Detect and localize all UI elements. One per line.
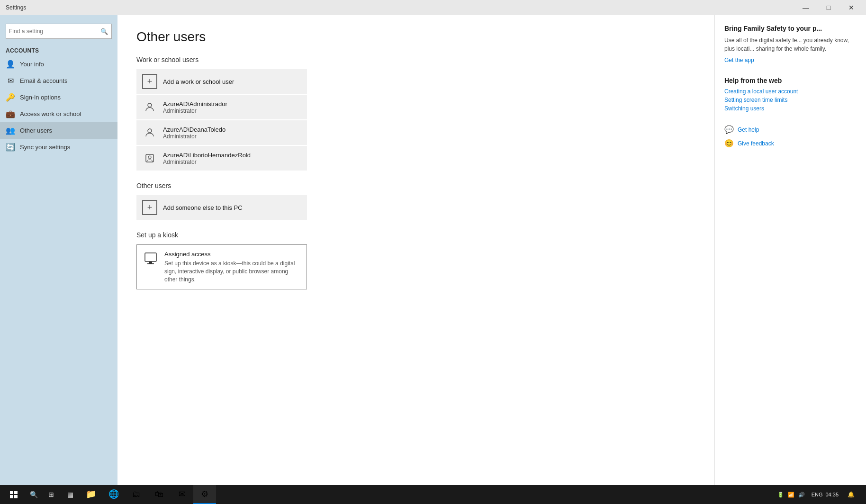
- family-safety-title: Bring Family Safety to your p...: [724, 25, 857, 32]
- taskbar: 🔍 ⊞ ▦ 📁 🌐 🗂 🛍 ✉ ⚙ 🔋 📶 🔊 ENG 04:35 🔔: [0, 485, 866, 504]
- give-feedback-item[interactable]: 😊 Give feedback: [724, 139, 857, 148]
- user-info-deanatoledo: AzureAD\DeanaToledo Administrator: [163, 126, 226, 140]
- network-icon: 📶: [788, 492, 794, 498]
- language-label: ENG: [812, 491, 823, 498]
- link-switching-users[interactable]: Switching users: [724, 105, 857, 112]
- help-web-section: Help from the web Creating a local user …: [724, 77, 857, 112]
- maximize-button[interactable]: □: [818, 0, 839, 15]
- taskbar-app-mail[interactable]: ✉: [171, 485, 193, 504]
- user-role-liboriohernandez: Administrator: [163, 159, 251, 165]
- sidebar-item-email-accounts[interactable]: ✉ Email & accounts: [0, 72, 117, 89]
- give-feedback-label: Give feedback: [738, 140, 774, 147]
- taskbar-app-settings[interactable]: ⚙: [193, 485, 216, 504]
- sidebar-item-sync-settings[interactable]: 🔄 Sync your settings: [0, 139, 117, 155]
- svg-rect-4: [145, 253, 156, 261]
- search-input[interactable]: [6, 28, 97, 35]
- get-help-label: Get help: [738, 126, 759, 133]
- svg-point-1: [148, 129, 152, 133]
- kiosk-icon: [144, 252, 158, 269]
- svg-point-3: [148, 156, 151, 159]
- family-safety-text: Use all of the digital safety fe... you …: [724, 36, 857, 53]
- svg-rect-5: [149, 261, 152, 263]
- assigned-access-button[interactable]: Assigned access Set up this device as a …: [136, 244, 307, 289]
- taskbar-app-file-manager[interactable]: 🗂: [125, 485, 148, 504]
- user-icon-administrador: [142, 99, 157, 115]
- edge-icon: 🌐: [108, 489, 119, 499]
- taskbar-app-file-explorer[interactable]: 📁: [80, 485, 102, 504]
- email-accounts-icon: ✉: [6, 76, 15, 85]
- add-someone-plus-icon: +: [142, 200, 157, 215]
- start-button[interactable]: [2, 485, 26, 504]
- file-explorer-icon: 📁: [86, 489, 96, 499]
- settings-icon: ⚙: [201, 489, 208, 499]
- taskbar-app-edge[interactable]: 🌐: [102, 485, 125, 504]
- file-manager-icon: 🗂: [132, 489, 141, 499]
- sidebar-item-label-your-info: Your info: [20, 61, 44, 68]
- sidebar: 🔍 Accounts 👤 Your info ✉ Email & account…: [0, 15, 117, 485]
- user-item-deanatoledo[interactable]: AzureAD\DeanaToledo Administrator: [136, 120, 307, 145]
- other-users-section-title: Other users: [136, 182, 695, 189]
- kiosk-section-gap: Set up a kiosk Assigned access Set up th…: [136, 231, 695, 289]
- window-title: Settings: [6, 4, 26, 11]
- sidebar-section-label: Accounts: [0, 43, 117, 56]
- get-app-link[interactable]: Get the app: [724, 57, 857, 63]
- sidebar-item-label-sync-settings: Sync your settings: [20, 144, 70, 151]
- sidebar-item-label-sign-in-options: Sign-in options: [20, 94, 61, 101]
- give-feedback-icon: 😊: [724, 139, 734, 148]
- svg-rect-10: [14, 495, 18, 498]
- user-name-deanatoledo: AzureAD\DeanaToledo: [163, 126, 226, 133]
- user-icon-liboriohernandez: [142, 151, 157, 166]
- taskbar-sys-area: ENG 04:35 🔔: [808, 485, 864, 504]
- link-screen-time-limits[interactable]: Setting screen time limits: [724, 97, 857, 103]
- user-info-administrador: AzureAD\Administrador Administrator: [163, 100, 227, 114]
- svg-rect-6: [147, 263, 154, 264]
- get-help-item[interactable]: 💬 Get help: [724, 125, 857, 134]
- other-users-section-gap: Other users + Add someone else to this P…: [136, 182, 695, 220]
- store-icon: 🛍: [155, 489, 163, 499]
- svg-rect-7: [10, 491, 13, 494]
- sidebar-item-label-email-accounts: Email & accounts: [20, 77, 67, 84]
- task-view-button[interactable]: ⊞: [42, 485, 61, 504]
- main-content: Other users Work or school users + Add a…: [117, 15, 714, 485]
- app-container: 🔍 Accounts 👤 Your info ✉ Email & account…: [0, 15, 866, 485]
- work-school-section-title: Work or school users: [136, 56, 695, 63]
- plus-icon: +: [142, 74, 157, 89]
- sidebar-item-label-access-work-school: Access work or school: [20, 110, 81, 117]
- search-icon[interactable]: 🔍: [97, 24, 111, 38]
- user-name-liboriohernandez: AzureAD\LiborioHernandezRold: [163, 152, 251, 159]
- taskbar-search-button[interactable]: 🔍: [26, 485, 42, 504]
- kiosk-section-title: Set up a kiosk: [136, 231, 695, 239]
- language-indicator[interactable]: ENG: [812, 491, 823, 498]
- notification-center-button[interactable]: 🔔: [841, 485, 860, 504]
- sidebar-item-your-info[interactable]: 👤 Your info: [0, 56, 117, 72]
- your-info-icon: 👤: [6, 60, 15, 69]
- add-someone-button[interactable]: + Add someone else to this PC: [136, 195, 307, 220]
- kiosk-title: Assigned access: [164, 251, 300, 258]
- clock[interactable]: 04:35: [825, 491, 839, 498]
- add-work-user-button[interactable]: + Add a work or school user: [136, 69, 307, 94]
- widgets-button[interactable]: ▦: [61, 485, 80, 504]
- close-button[interactable]: ✕: [840, 0, 862, 15]
- title-bar: Settings — □ ✕: [0, 0, 866, 15]
- user-item-liboriohernandez[interactable]: AzureAD\LiborioHernandezRold Administrat…: [136, 146, 307, 171]
- sync-settings-icon: 🔄: [6, 143, 15, 152]
- link-local-user-account[interactable]: Creating a local user account: [724, 88, 857, 95]
- support-section: 💬 Get help 😊 Give feedback: [724, 125, 857, 148]
- user-info-liboriohernandez: AzureAD\LiborioHernandezRold Administrat…: [163, 152, 251, 165]
- sidebar-item-sign-in-options[interactable]: 🔑 Sign-in options: [0, 89, 117, 106]
- svg-rect-8: [14, 491, 18, 494]
- get-help-icon: 💬: [724, 125, 734, 134]
- sidebar-item-access-work-school[interactable]: 💼 Access work or school: [0, 106, 117, 122]
- minimize-button[interactable]: —: [795, 0, 817, 15]
- svg-point-0: [148, 103, 152, 107]
- sidebar-item-other-users[interactable]: 👥 Other users: [0, 122, 117, 139]
- user-item-administrador[interactable]: AzureAD\Administrador Administrator: [136, 95, 307, 119]
- access-work-school-icon: 💼: [6, 109, 15, 118]
- help-web-title: Help from the web: [724, 77, 857, 84]
- taskbar-app-store[interactable]: 🛍: [148, 485, 171, 504]
- volume-icon: 🔊: [798, 492, 805, 498]
- search-box[interactable]: 🔍: [6, 24, 112, 39]
- time-label: 04:35: [825, 491, 839, 498]
- user-role-administrador: Administrator: [163, 108, 227, 114]
- user-name-administrador: AzureAD\Administrador: [163, 100, 227, 108]
